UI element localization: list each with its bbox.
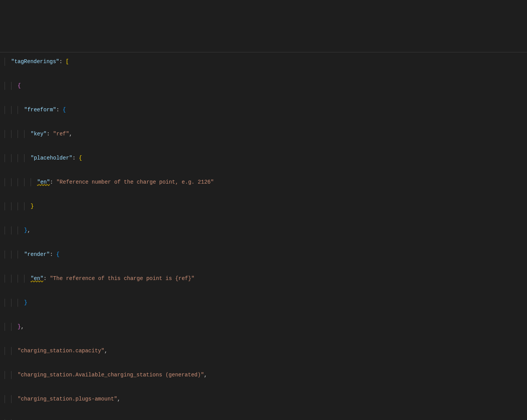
json-string: "charging_station.plugs-amount" <box>18 395 117 403</box>
code-line[interactable]: } <box>0 202 527 210</box>
json-key: "key" <box>31 130 47 138</box>
code-line[interactable]: { <box>0 82 527 90</box>
code-line[interactable]: } <box>0 299 527 307</box>
json-string: "charging_station.Available_charging_sta… <box>18 371 204 379</box>
json-key: "freeform" <box>24 106 56 114</box>
json-key-warning: "en" <box>37 178 50 186</box>
json-key: "tagRenderings" <box>11 58 59 66</box>
code-line[interactable]: }, <box>0 323 527 331</box>
json-key: "render" <box>24 251 50 259</box>
code-editor[interactable]: "tagRenderings": [ { "freeform": { "key"… <box>0 32 527 420</box>
json-key-warning: "en" <box>31 275 44 283</box>
json-string: "ref" <box>53 130 69 138</box>
code-line[interactable]: "en": "The reference of this charge poin… <box>0 275 527 283</box>
code-line[interactable]: }, <box>0 226 527 234</box>
json-string: "Reference number of the charge point, e… <box>56 178 214 186</box>
json-string: "The reference of this charge point is {… <box>50 275 194 283</box>
code-line[interactable]: "placeholder": { <box>0 154 527 162</box>
code-line[interactable]: "charging_station.capacity", <box>0 347 527 355</box>
code-line[interactable]: "tagRenderings": [ <box>0 58 527 66</box>
code-line[interactable]: "freeform": { <box>0 106 527 114</box>
code-line[interactable]: "key": "ref", <box>0 130 527 138</box>
scroll-indicator <box>0 52 527 52</box>
json-key: "placeholder" <box>31 154 72 162</box>
code-line[interactable]: "charging_station.Available_charging_sta… <box>0 371 527 379</box>
code-line[interactable]: "render": { <box>0 251 527 259</box>
json-string: "charging_station.capacity" <box>18 347 104 355</box>
code-line[interactable]: "charging_station.plugs-amount", <box>0 395 527 403</box>
code-line[interactable]: "en": "Reference number of the charge po… <box>0 178 527 186</box>
